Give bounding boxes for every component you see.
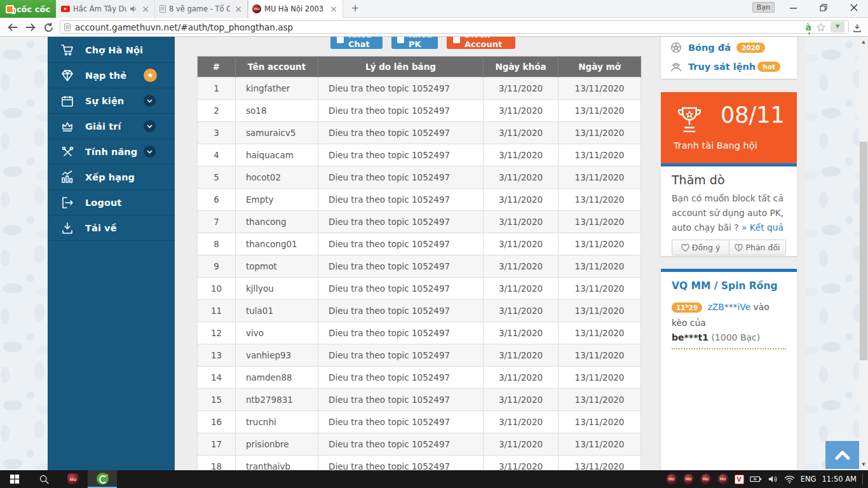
link-bong-da[interactable]: Bóng đá 2020 — [661, 38, 797, 57]
cell-reason: Dieu tra theo topic 1052497 — [318, 433, 484, 456]
cell-account: vivo — [236, 322, 318, 344]
khoa-chat-button[interactable]: Khóa Chat — [330, 37, 383, 49]
tab-mu-hanoi-active[interactable]: MU MU Hà Nội 2003 - Gameth × — [248, 0, 343, 18]
profile-button[interactable]: Bạn — [752, 2, 775, 13]
bookmark-star-icon[interactable] — [816, 22, 826, 32]
sidebar-item-xep-hang[interactable]: Xếp hạng — [48, 165, 175, 190]
url-page-icon — [64, 24, 71, 31]
browser-chrome: cốc cốc Hắc Ám Tây Du Đại Yêu × 8 vẽ gam… — [0, 0, 868, 37]
disagree-button[interactable]: Phản đối — [729, 240, 786, 255]
tab-close-icon[interactable]: × — [140, 4, 151, 13]
link-label[interactable]: Truy sát lệnh — [688, 62, 756, 72]
forward-button[interactable] — [23, 20, 38, 34]
start-button[interactable] — [0, 470, 29, 488]
logout-icon — [60, 196, 74, 210]
agree-button[interactable]: Đồng ý — [672, 240, 729, 255]
tray-mu-icon[interactable]: MU — [666, 473, 677, 485]
sidebar-item-label: Tải về — [85, 223, 117, 233]
show-desktop-divider[interactable] — [862, 473, 863, 485]
table-row: 18tranthaivbDieu tra theo topic 10524973… — [198, 456, 641, 471]
tray-mu-icon[interactable]: MU — [700, 473, 712, 485]
battery-icon[interactable] — [750, 475, 763, 484]
khoa-pk-button[interactable]: Khóa PK — [391, 37, 438, 49]
sidebar-item-tai-ve[interactable]: Tải về — [48, 215, 175, 241]
chevron-down-icon[interactable] — [144, 95, 156, 107]
tray-mu-icon[interactable]: MU — [717, 473, 729, 485]
search-icon — [39, 474, 50, 485]
cell-account: thancong01 — [236, 233, 318, 255]
reload-button[interactable] — [41, 20, 56, 34]
volume-icon[interactable] — [768, 475, 778, 484]
taskbar-search-button[interactable] — [29, 470, 58, 488]
sidebar-item-giai-tri[interactable]: Giải trí — [48, 114, 175, 139]
url-text[interactable]: account.gamethuvn.net/#auth/top_phongtha… — [75, 22, 801, 32]
tab-close-icon[interactable]: × — [233, 4, 243, 13]
heart-icon — [681, 244, 689, 252]
cell-reason: Dieu tra theo topic 1052497 — [318, 456, 484, 471]
wifi-icon[interactable] — [784, 475, 795, 484]
restore-button[interactable] — [811, 0, 836, 15]
taskbar-coccoc-app-active[interactable] — [88, 470, 117, 488]
scroll-to-top-button[interactable] — [825, 441, 860, 469]
tab-audio-icon[interactable] — [130, 5, 137, 13]
event-card[interactable]: 08/11 Tranh tài Bang hội — [661, 92, 797, 163]
cell-locked: 3/11/2020 — [484, 100, 559, 122]
chevron-down-icon[interactable] — [144, 146, 156, 158]
tab-game-report[interactable]: 8 vẽ game - Tố Cáo Bạn Th × — [156, 0, 248, 18]
cell-locked: 3/11/2020 — [484, 456, 559, 471]
scrollbar-thumb[interactable] — [860, 142, 867, 360]
scrollbar-up-arrow[interactable]: ▲ — [859, 39, 868, 44]
block-account-button[interactable]: Block Account — [447, 37, 515, 49]
checkbox-icon[interactable] — [453, 37, 460, 43]
checkbox-icon[interactable] — [337, 37, 344, 43]
tab-close-icon[interactable]: × — [329, 4, 339, 13]
tray-unikey-icon[interactable]: V — [735, 475, 744, 484]
table-row: 9topmotDieu tra theo topic 10524973/11/2… — [198, 255, 641, 278]
coccoc-mug-icon — [6, 5, 14, 13]
cell-open: 13/11/2020 — [559, 300, 641, 322]
spin-title[interactable]: VQ MM / Spin Rồng — [672, 280, 786, 292]
cell-reason: Dieu tra theo topic 1052497 — [318, 78, 484, 100]
new-tab-button[interactable]: + — [348, 3, 362, 15]
checkbox-icon[interactable] — [397, 37, 404, 43]
cell-account: haiquacam — [236, 144, 318, 166]
cell-rank: 1 — [198, 78, 236, 100]
coccoc-logo-text: cốc cốc — [17, 4, 50, 14]
link-truy-sat-lenh[interactable]: Truy sát lệnh hot — [661, 57, 797, 76]
coccoc-icon — [97, 473, 109, 485]
download-dropdown-icon[interactable]: ▼ — [831, 22, 844, 32]
spin-user-link[interactable]: zZB***iVe — [708, 302, 751, 312]
language-indicator[interactable]: ENG — [801, 475, 817, 484]
coccoc-menu-button[interactable]: cốc cốc — [0, 0, 56, 18]
vietnamese-input-icon[interactable]: à — [806, 23, 811, 32]
taskbar-mu-app[interactable]: MU — [58, 470, 88, 488]
sidebar-item-logout[interactable]: Logout — [48, 190, 175, 215]
sidebar-item-tinh-nang[interactable]: Tính năng — [48, 139, 175, 165]
link-label[interactable]: Bóng đá — [688, 43, 731, 53]
sidebar-item-label: Giải trí — [85, 121, 121, 132]
cell-account: samuraicv5 — [236, 122, 318, 144]
cell-account: hocot02 — [236, 166, 318, 189]
tray-mu-icon[interactable]: MU — [683, 473, 695, 485]
cell-locked: 3/11/2020 — [484, 389, 559, 411]
back-button[interactable] — [5, 20, 20, 34]
sidebar-item-su-kien[interactable]: Sự kiện — [48, 88, 175, 114]
cell-rank: 5 — [198, 166, 236, 189]
poll-results-link[interactable]: » Kết quả — [742, 222, 783, 233]
sidebar-item-nap-the[interactable]: Nạp thẻ ★ — [48, 63, 175, 88]
address-bar[interactable]: account.gamethuvn.net/#auth/top_phongtha… — [60, 20, 849, 34]
clock[interactable]: 11:50 AM — [822, 475, 857, 484]
close-window-button[interactable] — [841, 0, 867, 15]
chevron-up-icon — [834, 450, 851, 460]
cell-rank: 4 — [198, 144, 236, 166]
cell-open: 13/11/2020 — [559, 100, 641, 122]
minimize-button[interactable] — [780, 0, 806, 15]
tab-title: 8 vẽ game - Tố Cáo Bạn Th — [169, 4, 230, 13]
spin-target-user: be***t1 — [672, 332, 709, 342]
tab-youtube[interactable]: Hắc Ám Tây Du Đại Yêu × — [57, 0, 155, 18]
chevron-down-icon[interactable] — [144, 120, 156, 132]
sidebar-item-label: Sự kiện — [85, 96, 124, 106]
sidebar-item-cho-ha-noi[interactable]: Chợ Hà Nội — [48, 37, 175, 63]
scrollbar-down-arrow[interactable]: ▼ — [859, 462, 868, 467]
downloads-icon[interactable] — [850, 21, 865, 35]
